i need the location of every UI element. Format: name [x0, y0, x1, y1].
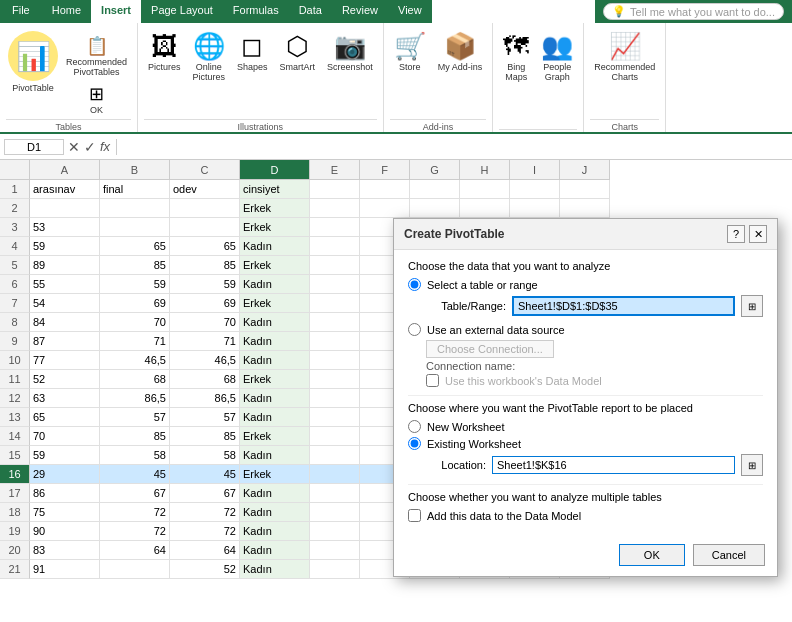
data-cell[interactable]: Kadın — [240, 313, 310, 332]
people-graph-button[interactable]: 👥 PeopleGraph — [537, 29, 577, 84]
data-cell[interactable]: 86,5 — [170, 389, 240, 408]
data-cell[interactable]: Erkek — [240, 465, 310, 484]
data-cell[interactable]: 67 — [100, 484, 170, 503]
pictures-button[interactable]: 🖼 Pictures — [144, 29, 185, 74]
row-header[interactable]: 21 — [0, 560, 30, 579]
data-cell[interactable]: Kadın — [240, 484, 310, 503]
data-cell[interactable] — [310, 541, 360, 560]
data-cell[interactable] — [310, 237, 360, 256]
data-cell[interactable]: 54 — [30, 294, 100, 313]
row-header[interactable]: 3 — [0, 218, 30, 237]
data-cell[interactable]: 75 — [30, 503, 100, 522]
tab-review[interactable]: Review — [332, 0, 388, 23]
data-cell[interactable]: Erkek — [240, 218, 310, 237]
bing-maps-button[interactable]: 🗺 BingMaps — [499, 29, 533, 84]
col-header-i[interactable]: I — [510, 160, 560, 180]
data-cell[interactable]: 58 — [100, 446, 170, 465]
data-cell[interactable]: Kadın — [240, 408, 310, 427]
radio-select-table[interactable] — [408, 278, 421, 291]
row-header[interactable]: 17 — [0, 484, 30, 503]
row-header[interactable]: 6 — [0, 275, 30, 294]
data-cell[interactable]: 64 — [170, 541, 240, 560]
data-cell[interactable] — [310, 465, 360, 484]
col-header-e[interactable]: E — [310, 160, 360, 180]
data-cell[interactable]: 72 — [100, 503, 170, 522]
radio-new-worksheet[interactable] — [408, 420, 421, 433]
row-header[interactable]: 18 — [0, 503, 30, 522]
dialog-close-button[interactable]: ✕ — [749, 225, 767, 243]
my-addins-button[interactable]: 📦 My Add-ins — [434, 29, 487, 74]
row-header[interactable]: 7 — [0, 294, 30, 313]
table-button[interactable]: ⊞ OK — [62, 81, 131, 117]
data-cell[interactable]: 68 — [170, 370, 240, 389]
formula-cancel-icon[interactable]: ✕ — [68, 139, 80, 155]
data-cell[interactable]: 46,5 — [170, 351, 240, 370]
data-cell[interactable]: Erkek — [240, 294, 310, 313]
data-cell[interactable] — [310, 313, 360, 332]
col-header-f[interactable]: F — [360, 160, 410, 180]
data-cell[interactable] — [310, 275, 360, 294]
radio-existing-worksheet[interactable] — [408, 437, 421, 450]
data-cell[interactable]: Erkek — [240, 256, 310, 275]
table-range-input[interactable] — [512, 296, 735, 316]
data-cell[interactable]: cinsiyet — [240, 180, 310, 199]
data-cell[interactable]: 59 — [170, 275, 240, 294]
data-cell[interactable]: 85 — [170, 427, 240, 446]
data-cell[interactable]: 70 — [30, 427, 100, 446]
data-cell[interactable] — [310, 351, 360, 370]
data-cell[interactable] — [310, 427, 360, 446]
data-cell[interactable]: 63 — [30, 389, 100, 408]
data-cell[interactable]: 77 — [30, 351, 100, 370]
data-cell[interactable]: 91 — [30, 560, 100, 579]
data-cell[interactable] — [310, 180, 360, 199]
data-cell[interactable]: Kadın — [240, 560, 310, 579]
data-cell[interactable]: 52 — [170, 560, 240, 579]
cancel-button[interactable]: Cancel — [693, 544, 765, 566]
file-button[interactable]: File — [0, 0, 42, 23]
data-cell[interactable]: Kadın — [240, 351, 310, 370]
formula-input[interactable] — [123, 141, 788, 153]
data-cell[interactable]: 84 — [30, 313, 100, 332]
data-cell[interactable] — [310, 522, 360, 541]
data-cell[interactable]: 70 — [170, 313, 240, 332]
cell-reference-box[interactable] — [4, 139, 64, 155]
data-cell[interactable]: Kadın — [240, 541, 310, 560]
row-header[interactable]: 19 — [0, 522, 30, 541]
shapes-button[interactable]: ◻ Shapes — [233, 29, 272, 74]
data-cell[interactable]: 65 — [100, 237, 170, 256]
data-cell[interactable]: final — [100, 180, 170, 199]
data-cell[interactable] — [510, 199, 560, 218]
data-cell[interactable] — [100, 199, 170, 218]
data-cell[interactable] — [410, 199, 460, 218]
choose-connection-button[interactable]: Choose Connection... — [426, 340, 554, 358]
row-header[interactable]: 11 — [0, 370, 30, 389]
data-cell[interactable] — [360, 199, 410, 218]
row-header[interactable]: 10 — [0, 351, 30, 370]
data-cell[interactable] — [310, 294, 360, 313]
tab-insert[interactable]: Insert — [91, 0, 141, 23]
dialog-help-button[interactable]: ? — [727, 225, 745, 243]
data-cell[interactable]: Kadın — [240, 389, 310, 408]
recommended-charts-button[interactable]: 📈 RecommendedCharts — [590, 29, 659, 84]
data-cell[interactable]: 85 — [100, 427, 170, 446]
data-cell[interactable] — [510, 180, 560, 199]
tab-formulas[interactable]: Formulas — [223, 0, 289, 23]
data-cell[interactable]: 85 — [170, 256, 240, 275]
data-cell[interactable] — [310, 218, 360, 237]
data-cell[interactable]: 72 — [100, 522, 170, 541]
data-cell[interactable] — [170, 199, 240, 218]
data-cell[interactable]: Kadın — [240, 275, 310, 294]
col-header-a[interactable]: A — [30, 160, 100, 180]
row-header[interactable]: 14 — [0, 427, 30, 446]
data-cell[interactable]: 65 — [30, 408, 100, 427]
data-cell[interactable]: 29 — [30, 465, 100, 484]
data-cell[interactable]: 86,5 — [100, 389, 170, 408]
data-cell[interactable]: 87 — [30, 332, 100, 351]
col-header-d[interactable]: D — [240, 160, 310, 180]
data-cell[interactable] — [310, 256, 360, 275]
data-cell[interactable] — [310, 484, 360, 503]
ok-button[interactable]: OK — [619, 544, 685, 566]
store-button[interactable]: 🛒 Store — [390, 29, 430, 74]
data-cell[interactable]: Kadın — [240, 522, 310, 541]
tab-home[interactable]: Home — [42, 0, 91, 23]
